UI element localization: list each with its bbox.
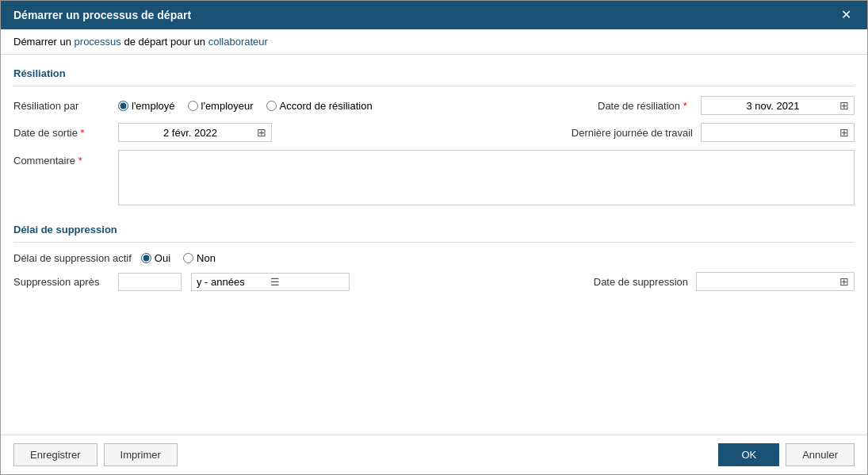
footer-left-buttons: Enregistrer Imprimer	[13, 443, 178, 466]
resiliation-par-row: Résiliation par l'employé l'employeur Ac…	[13, 96, 855, 115]
imprimer-button[interactable]: Imprimer	[104, 443, 178, 466]
dialog-footer: Enregistrer Imprimer OK Annuler	[1, 435, 867, 474]
date-sortie-row: Date de sortie * ⊞ Dernière journée de t…	[13, 123, 855, 142]
radio-oui[interactable]: Oui	[141, 252, 170, 264]
commentaire-row: Commentaire *	[13, 150, 855, 208]
commentaire-textarea[interactable]	[118, 150, 855, 205]
radio-employeur-label: l'employeur	[201, 100, 254, 112]
date-resiliation-required: *	[683, 100, 687, 112]
date-resiliation-label: Date de résiliation *	[598, 100, 693, 112]
date-suppression-calendar-icon[interactable]: ⊞	[839, 275, 849, 288]
suppression-unit-select[interactable]: y - années ☰	[191, 273, 350, 291]
dialog-title: Démarrer un processus de départ	[13, 9, 191, 21]
suppression-apres-row: Suppression après y - années ☰ Date de s…	[13, 272, 855, 291]
delai-actif-radios: Oui Non	[141, 252, 216, 264]
radio-employeur[interactable]: l'employeur	[188, 100, 254, 112]
derniere-journee-input-wrapper: ⊞	[701, 123, 855, 142]
resiliation-par-radios: l'employé l'employeur Accord de résiliat…	[118, 100, 373, 112]
date-resiliation-input[interactable]	[706, 100, 839, 112]
date-sortie-calendar-icon[interactable]: ⊞	[257, 126, 266, 139]
processus-link[interactable]: processus	[75, 36, 121, 48]
date-sortie-label: Date de sortie *	[13, 127, 109, 139]
date-suppression-input[interactable]	[702, 276, 839, 288]
dropdown-icon[interactable]: ☰	[270, 276, 344, 288]
dialog: Démarrer un processus de départ ✕ Démarr…	[0, 0, 868, 475]
date-sortie-input[interactable]	[124, 127, 257, 139]
radio-accord-input[interactable]	[266, 101, 277, 111]
derniere-journee-calendar-icon[interactable]: ⊞	[839, 126, 849, 139]
dialog-body: Résiliation Résiliation par l'employé l'…	[1, 55, 867, 435]
radio-oui-label: Oui	[155, 252, 170, 264]
radio-employe[interactable]: l'employé	[118, 100, 175, 112]
footer-right-buttons: OK Annuler	[718, 443, 855, 466]
close-button[interactable]: ✕	[838, 9, 855, 21]
resiliation-section: Résiliation Résiliation par l'employé l'…	[13, 67, 855, 208]
radio-accord[interactable]: Accord de résiliation	[266, 100, 373, 112]
commentaire-area	[118, 150, 855, 208]
delai-section: Délai de suppression Délai de suppressio…	[13, 224, 855, 291]
radio-accord-label: Accord de résiliation	[280, 100, 373, 112]
commentaire-required: *	[78, 155, 82, 167]
derniere-journee-input[interactable]	[706, 127, 839, 139]
dialog-subtitle: Démarrer un processus de départ pour un …	[1, 29, 867, 55]
resiliation-title: Résiliation	[13, 67, 855, 79]
derniere-journee-label: Dernière journée de travail	[572, 127, 693, 139]
radio-employe-input[interactable]	[118, 101, 128, 111]
suppression-apres-label: Suppression après	[13, 276, 109, 288]
ok-button[interactable]: OK	[718, 443, 779, 466]
date-sortie-input-wrapper: ⊞	[118, 123, 272, 142]
radio-oui-input[interactable]	[141, 253, 151, 263]
delai-title: Délai de suppression	[13, 224, 855, 236]
delai-divider	[13, 242, 855, 243]
radio-employeur-input[interactable]	[188, 101, 198, 111]
delai-actif-row: Délai de suppression actif Oui Non	[13, 252, 855, 264]
resiliation-par-label: Résiliation par	[13, 100, 109, 112]
date-suppression-input-wrapper: ⊞	[696, 272, 855, 291]
collaborateur-link[interactable]: collaborateur	[208, 36, 268, 48]
date-resiliation-input-wrapper: ⊞	[701, 96, 855, 115]
radio-employe-label: l'employé	[132, 100, 175, 112]
delai-actif-label: Délai de suppression actif	[13, 252, 132, 264]
annuler-button[interactable]: Annuler	[786, 443, 855, 466]
radio-non-label: Non	[197, 252, 216, 264]
suppression-apres-input[interactable]	[118, 273, 182, 291]
dialog-header: Démarrer un processus de départ ✕	[1, 1, 867, 29]
enregistrer-button[interactable]: Enregistrer	[13, 443, 98, 466]
commentaire-label: Commentaire *	[13, 150, 109, 167]
radio-non-input[interactable]	[183, 253, 193, 263]
date-suppression-label: Date de suppression	[594, 276, 688, 288]
resiliation-divider	[13, 86, 855, 86]
date-sortie-required: *	[81, 127, 85, 139]
suppression-unit-value: y - années	[197, 276, 270, 288]
radio-non[interactable]: Non	[183, 252, 216, 264]
date-resiliation-calendar-icon[interactable]: ⊞	[839, 99, 849, 112]
